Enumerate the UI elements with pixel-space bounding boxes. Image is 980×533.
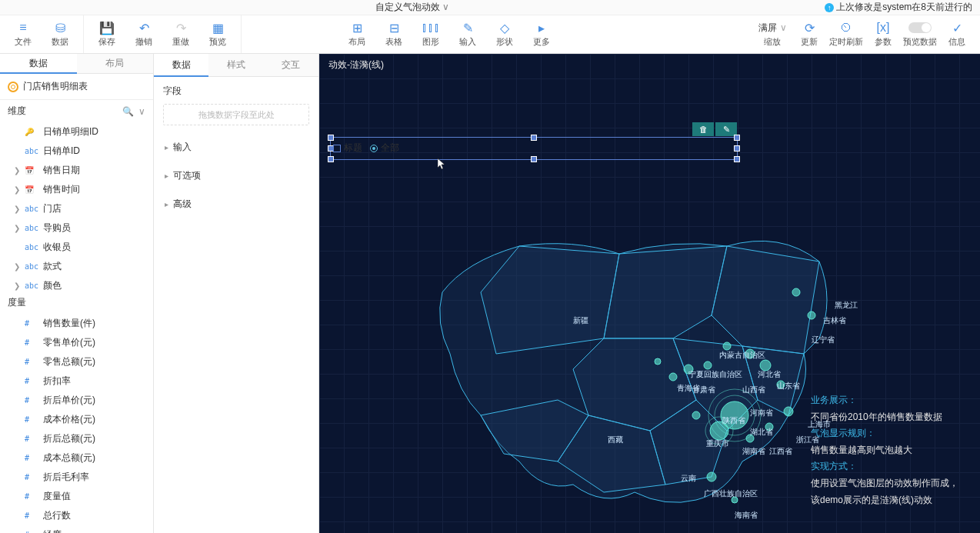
dimension-field[interactable]: ❯📅销售日期 bbox=[0, 161, 153, 180]
measure-field[interactable]: #零售总额(元) bbox=[0, 352, 153, 371]
all-radio[interactable]: 全部 bbox=[370, 142, 399, 155]
undo-button[interactable]: ↶撤销 bbox=[125, 15, 162, 53]
options-section[interactable]: ▸可选项 bbox=[154, 162, 318, 190]
datasource-icon bbox=[8, 82, 18, 92]
measure-field[interactable]: #成本总额(元) bbox=[0, 448, 153, 468]
province-label: 辽宁省 bbox=[812, 335, 835, 345]
svg-point-6 bbox=[704, 361, 712, 369]
more-button[interactable]: ▸更多 bbox=[523, 15, 560, 53]
chart-button[interactable]: ⫿⫿⫿图形 bbox=[412, 15, 449, 53]
dimension-field[interactable]: ❯abc款式 bbox=[0, 257, 153, 276]
doc-title[interactable]: 自定义气泡动效∨ bbox=[0, 1, 825, 14]
province-label: 河北省 bbox=[758, 369, 781, 380]
resize-handle[interactable] bbox=[734, 156, 740, 162]
info-button[interactable]: ✓信息 bbox=[938, 15, 975, 53]
measure-field[interactable]: #折后单价(元) bbox=[0, 391, 153, 410]
china-map: 黑龙江 吉林省 辽宁省 内蒙古自治区 新疆 宁夏回族自治区 青海省 甘肃省 陕西… bbox=[404, 200, 881, 531]
svg-point-20 bbox=[808, 311, 815, 319]
province-label: 新疆 bbox=[573, 315, 588, 326]
dimension-field[interactable]: abc收银员 bbox=[0, 238, 153, 257]
province-label: 宁夏回族自治区 bbox=[688, 369, 742, 380]
measure-field[interactable]: #总行数 bbox=[0, 506, 153, 525]
layout-button[interactable]: ⊞布局 bbox=[338, 15, 375, 53]
measure-field[interactable]: #折后毛利率 bbox=[0, 468, 153, 487]
province-label: 江西省 bbox=[769, 446, 792, 457]
dimension-field[interactable]: ❯📅销售时间 bbox=[0, 180, 153, 199]
measure-header: 度量 bbox=[0, 291, 153, 314]
resize-handle[interactable] bbox=[734, 135, 740, 141]
info-panel: 业务展示： 不同省份2010年的销售数量数据 气泡显示规则： 销售数量越高则气泡… bbox=[811, 392, 965, 508]
datasource-row[interactable]: 门店销售明细表 bbox=[0, 74, 153, 100]
save-hint: ↑上次修改是system在8天前进行的 bbox=[825, 1, 980, 14]
save-button[interactable]: 💾保存 bbox=[88, 15, 125, 53]
resize-handle[interactable] bbox=[328, 156, 334, 162]
resize-handle[interactable] bbox=[531, 135, 537, 141]
svg-point-17 bbox=[707, 472, 716, 481]
measure-field[interactable]: #度量值 bbox=[0, 487, 153, 506]
province-label: 河南省 bbox=[750, 408, 773, 418]
measure-field[interactable]: #销售数量(件) bbox=[0, 314, 153, 333]
svg-point-19 bbox=[792, 288, 800, 296]
dimension-header: 维度 🔍 ∨ bbox=[0, 100, 153, 122]
province-label: 湖南省 bbox=[742, 446, 765, 457]
zoom-select[interactable]: 满屏 ∨缩放 bbox=[754, 15, 791, 53]
tab-layout[interactable]: 布局 bbox=[77, 54, 154, 73]
config-panel: 数据 样式 交互 字段 拖拽数据字段至此处 ▸输入 ▸可选项 ▸高级 bbox=[154, 54, 319, 533]
dimension-field[interactable]: ❯abc导购员 bbox=[0, 218, 153, 238]
svg-point-11 bbox=[784, 407, 793, 416]
data-button[interactable]: ⛁数据 bbox=[42, 15, 78, 53]
field-dropzone[interactable]: 拖拽数据字段至此处 bbox=[163, 104, 309, 125]
resize-handle[interactable] bbox=[734, 145, 740, 152]
delete-tool[interactable]: 🗑 bbox=[692, 122, 714, 136]
table-button[interactable]: ⊟表格 bbox=[375, 15, 412, 53]
province-label: 黑龙江 bbox=[835, 300, 858, 311]
refresh-button[interactable]: ⟳更新 bbox=[791, 15, 828, 53]
canvas[interactable]: 动效-涟漪(线) 🗑 ✎ 标题 全部 bbox=[319, 54, 980, 533]
province-label: 湖北省 bbox=[750, 427, 773, 438]
tab-config-data[interactable]: 数据 bbox=[154, 54, 208, 77]
province-label: 广西壮族自治区 bbox=[704, 488, 758, 499]
province-label: 云南 bbox=[681, 473, 696, 484]
tab-config-style[interactable]: 样式 bbox=[208, 54, 263, 76]
province-label: 重庆市 bbox=[706, 438, 729, 449]
measure-field[interactable]: #折扣率 bbox=[0, 371, 153, 391]
redo-button[interactable]: ↷重做 bbox=[162, 15, 199, 53]
dimension-field[interactable]: ❯abc门店 bbox=[0, 199, 153, 218]
title-bar: 自定义气泡动效∨ ↑上次修改是system在8天前进行的 bbox=[0, 0, 980, 15]
preview-data-toggle[interactable]: 预览数据 bbox=[902, 15, 938, 53]
measure-field[interactable]: #折后总额(元) bbox=[0, 429, 153, 448]
title-checkbox[interactable]: 标题 bbox=[333, 142, 362, 155]
measure-field[interactable]: #经度 bbox=[0, 525, 153, 533]
input-button[interactable]: ✎输入 bbox=[449, 15, 486, 53]
tab-config-interact[interactable]: 交互 bbox=[264, 54, 318, 76]
timed-refresh-button[interactable]: ⏲定时刷新 bbox=[828, 15, 865, 53]
province-label: 西藏 bbox=[608, 435, 623, 445]
advanced-section[interactable]: ▸高级 bbox=[154, 190, 318, 218]
svg-point-7 bbox=[723, 342, 731, 350]
dimension-field[interactable]: ❯abc颜色 bbox=[0, 276, 153, 291]
shape-button[interactable]: ◇形状 bbox=[486, 15, 523, 53]
resize-handle[interactable] bbox=[328, 135, 334, 141]
file-button[interactable]: ≡文件 bbox=[5, 15, 42, 53]
province-label: 山东省 bbox=[777, 381, 800, 391]
tab-data[interactable]: 数据 bbox=[0, 54, 77, 74]
svg-point-14 bbox=[692, 411, 700, 419]
preview-button[interactable]: ▦预览 bbox=[199, 15, 236, 53]
svg-point-15 bbox=[669, 373, 677, 381]
main-toolbar: ≡文件 ⛁数据 💾保存 ↶撤销 ↷重做 ▦预览 ⊞布局 ⊟表格 ⫿⫿⫿图形 ✎输… bbox=[0, 15, 980, 54]
chevron-down-icon[interactable]: ∨ bbox=[138, 106, 145, 117]
province-label: 内蒙古自治区 bbox=[719, 350, 765, 361]
left-panel: 数据 布局 门店销售明细表 维度 🔍 ∨ 🔑日销单明细IDabc日销单ID❯📅销… bbox=[0, 54, 154, 533]
resize-handle[interactable] bbox=[531, 156, 537, 162]
dimension-field[interactable]: 🔑日销单明细ID bbox=[0, 122, 153, 142]
measure-field[interactable]: #零售单价(元) bbox=[0, 333, 153, 352]
province-label: 海南省 bbox=[735, 510, 758, 521]
search-icon[interactable]: 🔍 bbox=[122, 106, 134, 117]
params-button[interactable]: [x]参数 bbox=[865, 15, 902, 53]
dimension-field[interactable]: abc日销单ID bbox=[0, 142, 153, 161]
input-section[interactable]: ▸输入 bbox=[154, 133, 318, 162]
chart-title: 动效-涟漪(线) bbox=[328, 58, 384, 72]
measure-field[interactable]: #成本价格(元) bbox=[0, 410, 153, 429]
province-label: 山西省 bbox=[742, 385, 765, 395]
province-label: 陕西省 bbox=[722, 415, 745, 426]
